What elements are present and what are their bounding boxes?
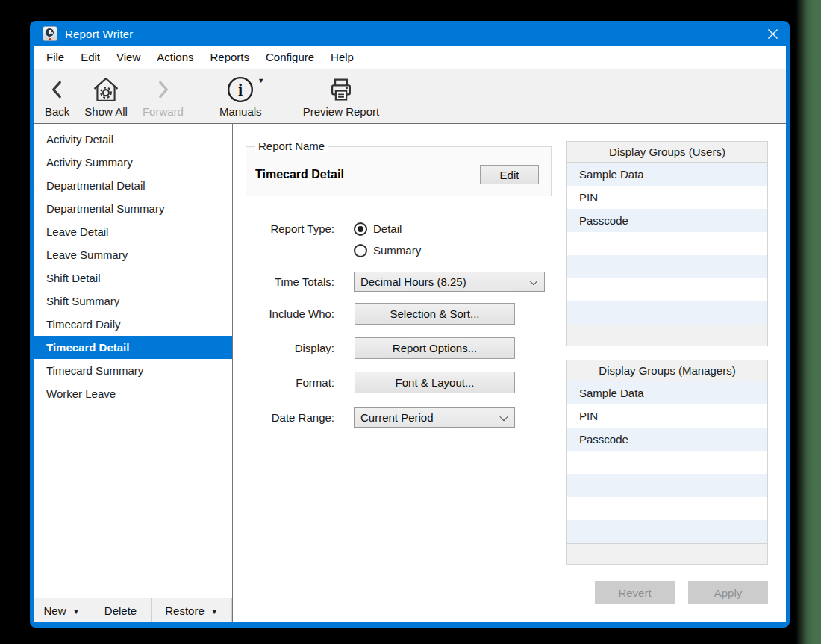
display-group-row[interactable]: Sample Data: [567, 381, 767, 404]
close-icon: [767, 28, 778, 40]
chevron-down-icon: [499, 413, 508, 421]
report-list-item[interactable]: Shift Summary: [34, 290, 232, 313]
selection-sort-button[interactable]: Selection & Sort...: [355, 303, 515, 325]
display-group-row[interactable]: PIN: [567, 404, 767, 428]
sidebar-footer-bar: New ▼ Delete Restore ▼: [34, 598, 232, 622]
date-range-value: Current Period: [360, 411, 434, 424]
delete-label: Delete: [104, 604, 137, 617]
time-totals-row: Time Totals: Decimal Hours (8.25): [233, 271, 545, 293]
display-group-row[interactable]: [567, 232, 767, 255]
info-icon: i ▼: [226, 75, 255, 104]
content-area: Activity DetailActivity SummaryDepartmen…: [34, 124, 786, 622]
home-gear-icon: [91, 75, 121, 104]
report-type-row: Report Type: Detail Summary: [233, 218, 421, 261]
delete-button[interactable]: Delete: [90, 598, 152, 622]
report-list-item[interactable]: Activity Summary: [34, 151, 232, 174]
radio-detail[interactable]: Detail: [354, 218, 421, 240]
report-list-item[interactable]: Departmental Detail: [34, 174, 232, 197]
app-icon: [43, 26, 57, 41]
report-name-legend: Report Name: [255, 140, 328, 152]
report-settings-pane: Report Name Timecard Detail Edit Report …: [233, 124, 786, 622]
report-options-button[interactable]: Report Options...: [355, 337, 515, 359]
display-group-row[interactable]: Passcode: [567, 428, 767, 451]
window-body: FileEditViewActionsReportsConfigureHelp …: [34, 46, 786, 622]
display-groups-managers-list: Sample DataPINPasscode: [567, 381, 767, 543]
forward-label: Forward: [143, 105, 184, 118]
edit-button[interactable]: Edit: [480, 165, 539, 184]
display-group-row[interactable]: [567, 497, 767, 520]
format-label: Format:: [233, 372, 344, 393]
report-type-label: Report Type:: [233, 218, 344, 240]
display-group-row[interactable]: Sample Data: [567, 163, 767, 186]
title-bar: Report Writer: [30, 21, 790, 46]
time-totals-label: Time Totals:: [233, 271, 344, 293]
report-list-item[interactable]: Shift Detail: [34, 266, 232, 290]
report-list-item[interactable]: Activity Detail: [34, 128, 232, 151]
date-range-row: Date Range: Current Period: [233, 407, 515, 428]
display-groups-users-list: Sample DataPINPasscode: [567, 163, 767, 325]
report-list-item[interactable]: Leave Summary: [34, 243, 232, 266]
report-list-item[interactable]: Timecard Daily: [34, 313, 232, 336]
display-group-row[interactable]: [567, 301, 767, 325]
report-list-item[interactable]: Timecard Summary: [34, 359, 232, 382]
manuals-label: Manuals: [219, 105, 262, 118]
chevron-down-icon: [529, 277, 537, 285]
revert-button[interactable]: Revert: [595, 581, 675, 604]
svg-text:i: i: [238, 81, 243, 99]
radio-summary[interactable]: Summary: [354, 240, 421, 261]
display-groups-managers-box: Display Groups (Managers) Sample DataPIN…: [566, 360, 768, 565]
display-group-row[interactable]: PIN: [567, 186, 767, 209]
menu-item[interactable]: Edit: [72, 46, 108, 69]
close-button[interactable]: [755, 21, 790, 46]
menu-item[interactable]: Actions: [149, 46, 202, 69]
back-button[interactable]: Back: [38, 69, 76, 123]
preview-report-label: Preview Report: [303, 105, 380, 118]
display-group-row[interactable]: [567, 474, 767, 497]
restore-dropdown-icon: ▼: [211, 608, 218, 616]
restore-label: Restore: [165, 604, 205, 617]
restore-button[interactable]: Restore ▼: [152, 598, 232, 622]
report-list-item[interactable]: Timecard Detail: [34, 336, 232, 359]
forward-button[interactable]: Forward: [136, 69, 190, 123]
radio-summary-label: Summary: [373, 244, 421, 257]
report-sidebar: Activity DetailActivity SummaryDepartmen…: [34, 124, 233, 622]
display-label: Display:: [233, 337, 344, 359]
report-name-row: Timecard Detail Edit: [255, 165, 539, 184]
menu-item[interactable]: View: [108, 46, 149, 69]
font-layout-button[interactable]: Font & Layout...: [355, 372, 515, 393]
apply-button[interactable]: Apply: [688, 581, 768, 604]
display-group-row[interactable]: Passcode: [567, 209, 767, 232]
report-type-options: Detail Summary: [354, 218, 421, 261]
display-group-row[interactable]: [567, 520, 767, 543]
menu-item[interactable]: Configure: [257, 46, 322, 69]
display-group-row[interactable]: [567, 451, 767, 474]
preview-report-button[interactable]: Preview Report: [296, 69, 387, 123]
show-all-button[interactable]: Show All: [78, 69, 134, 123]
new-label: New: [44, 604, 66, 617]
time-totals-select[interactable]: Decimal Hours (8.25): [354, 272, 545, 292]
menu-item[interactable]: File: [38, 46, 72, 69]
menu-item[interactable]: Reports: [202, 46, 257, 69]
report-list-item[interactable]: Worker Leave: [34, 382, 232, 405]
new-button[interactable]: New ▼: [34, 598, 90, 622]
date-range-select[interactable]: Current Period: [354, 407, 515, 428]
report-list-item[interactable]: Departmental Summary: [34, 197, 232, 220]
time-totals-value: Decimal Hours (8.25): [360, 275, 466, 288]
clock-icon: [45, 28, 54, 37]
window-title: Report Writer: [65, 28, 134, 40]
manuals-button[interactable]: i ▼ Manuals: [213, 69, 277, 123]
report-writer-window: Report Writer FileEditViewActionsReports…: [30, 21, 790, 628]
display-groups-managers-title: Display Groups (Managers): [567, 360, 767, 381]
manuals-dropdown-icon: ▼: [257, 77, 264, 84]
back-label: Back: [45, 105, 69, 118]
format-row: Format: Font & Layout...: [233, 372, 515, 393]
menu-item[interactable]: Help: [322, 46, 362, 69]
display-groups-managers-footer: [567, 543, 767, 564]
report-list-item[interactable]: Leave Detail: [34, 220, 232, 243]
display-group-row[interactable]: [567, 278, 767, 301]
show-all-label: Show All: [84, 105, 128, 118]
display-groups-users-title: Display Groups (Users): [567, 142, 767, 163]
display-group-row[interactable]: [567, 255, 767, 278]
printer-icon: [327, 75, 355, 104]
display-row: Display: Report Options...: [233, 337, 515, 359]
